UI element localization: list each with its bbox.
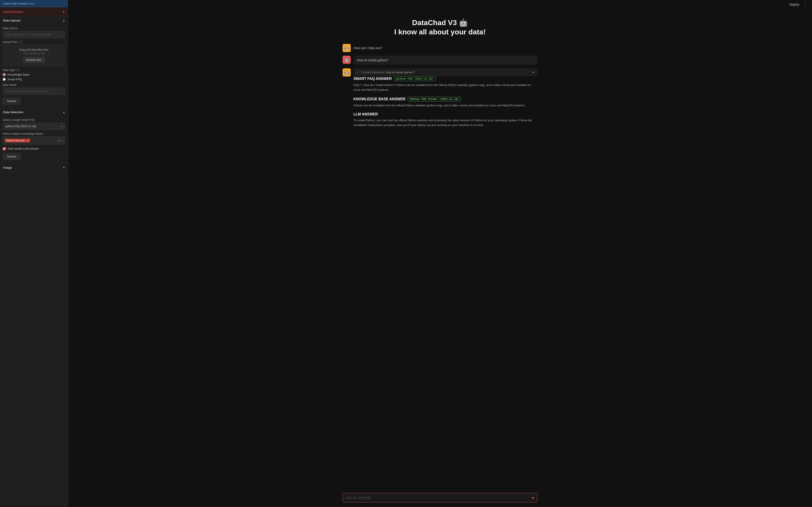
bot-greeting: How can I help you? [353, 44, 538, 52]
data-name-input[interactable] [3, 88, 65, 95]
data-upload-header[interactable]: Data Upload ▴ [0, 16, 68, 24]
user-avatar: 🤖 [343, 56, 351, 64]
learn-banner: Learn how it works here [0, 0, 68, 7]
app-subtitle: I know all about your data! [343, 28, 538, 36]
kb-field-label: Select multiple Knowledge Bases [3, 132, 65, 135]
data-selection-label: Data Selection [3, 110, 23, 114]
browse-files-button[interactable]: Browse files [23, 57, 45, 63]
radio-option-kb[interactable]: Knowledge Base [3, 73, 65, 76]
bot-greeting-row: 🤖 How can I help you? [343, 44, 538, 52]
data-selection-section: Data Selection ▴ Select a single Smart F… [0, 108, 68, 163]
kb-selector-icons: ⊗ ▾ [58, 139, 63, 143]
usage-section: Usage ▾ [0, 163, 68, 172]
chat-area: DataChad V3 🤖 I know all about your data… [68, 9, 812, 490]
user-question-row: 🤖 How to install python? [343, 56, 538, 65]
dropzone-limit: Limit 200MB per file [5, 52, 62, 55]
data-source-input[interactable] [3, 31, 65, 38]
data-source-field-label: Data Source [3, 27, 65, 30]
auth-section[interactable]: Authentication ▾ [0, 7, 68, 16]
smart-faq-select-wrapper: python FAQ (2023-11-16) ▾ [3, 123, 65, 130]
user-question: How to install python? [353, 56, 538, 65]
context-bar-content: ✓ Context Retrieval: How to install pyth… [357, 71, 414, 74]
auth-label: Authentication [3, 10, 23, 13]
radio-option-faq[interactable]: Smart FAQ [3, 78, 65, 81]
context-bar[interactable]: ✓ Context Retrieval: How to install pyth… [353, 68, 538, 76]
data-upload-section: Data Upload ▴ Data Source Upload Files ?… [0, 16, 68, 108]
send-icon: ➤ [531, 495, 535, 500]
context-query: How to install python? [386, 71, 414, 74]
smart-faq-answer-text: FAQ 7. How do I install Python? Python c… [353, 83, 538, 92]
smart-faq-badge: python FAQ (2023-11-16) [394, 76, 436, 81]
chat-input-wrapper: ➤ [343, 493, 538, 502]
upload-help-icon[interactable]: ? [19, 41, 22, 44]
main-panel: Deploy ⋮ DataChad V3 🤖 I know all about … [68, 0, 812, 507]
radio-faq-input[interactable] [3, 78, 6, 81]
top-bar: Deploy ⋮ [68, 0, 812, 9]
vanilla-llm-label: Add vanilla LLM answer [8, 147, 39, 150]
answer-section: SMART FAQ ANSWER python FAQ (2023-11-16)… [343, 76, 538, 132]
data-upload-label: Data Upload [3, 19, 20, 22]
context-expand-icon[interactable]: ▾ [532, 71, 534, 74]
usage-chevron-icon: ▾ [63, 166, 64, 169]
smart-faq-answer-title: SMART FAQ ANSWER python FAQ (2023-11-16) [353, 76, 538, 81]
radio-faq-label: Smart FAQ [7, 78, 22, 81]
auth-chevron-icon: ▾ [63, 9, 64, 14]
vanilla-llm-checkbox[interactable] [3, 147, 6, 150]
data-type-label: Data Type ? [3, 69, 65, 72]
check-icon: ✓ [357, 71, 359, 74]
smart-faq-answer-block: SMART FAQ ANSWER python FAQ (2023-11-16)… [353, 76, 538, 92]
data-selection-chevron-icon: ▴ [63, 110, 64, 114]
kb-badge: Pyhton FAQ folder (2023-11-16) [408, 97, 461, 101]
smart-faq-field-label: Select a single Smart FAQ [3, 118, 65, 121]
chat-input-area: ➤ [68, 490, 812, 507]
data-type-radio-group: Knowledge Base Smart FAQ [3, 73, 65, 81]
data-selection-submit-button[interactable]: Submit [3, 153, 20, 160]
kb-tag-label: Pyhton FAQ fold... [6, 139, 26, 142]
kb-multi-select[interactable]: Pyhton FAQ fold... × ⊗ ▾ [3, 136, 65, 145]
data-upload-body: Data Source Upload Files ? Drag and drop… [0, 27, 68, 108]
app-title: DataChad V3 🤖 [343, 18, 538, 27]
bot-avatar: 🤖 [343, 44, 351, 52]
chat-header: DataChad V3 🤖 I know all about your data… [343, 18, 538, 37]
context-retrieval-row: 🤖 ✓ Context Retrieval: How to install py… [343, 68, 538, 76]
kb-answer-block: KNOWLEDGE BASE ANSWER Pyhton FAQ folder … [353, 97, 538, 108]
kb-dropdown-icon[interactable]: ▾ [61, 139, 63, 143]
more-options-button[interactable]: ⋮ [803, 2, 807, 7]
vanilla-llm-option[interactable]: Add vanilla LLM answer [3, 147, 65, 150]
learn-link[interactable]: here [29, 2, 35, 5]
data-upload-chevron-icon: ▴ [63, 18, 64, 22]
deploy-button[interactable]: Deploy [788, 2, 801, 7]
llm-answer-block: LLM ANSWER To install Python, you can vi… [353, 112, 538, 128]
data-selection-body: Select a single Smart FAQ python FAQ (20… [0, 118, 68, 163]
dropzone-text: Drag and drop files here [5, 48, 62, 51]
data-type-help-icon[interactable]: ? [16, 69, 19, 72]
data-upload-submit-button[interactable]: Submit [3, 98, 20, 105]
send-button[interactable]: ➤ [531, 495, 535, 500]
kb-answer-title: KNOWLEDGE BASE ANSWER Pyhton FAQ folder … [353, 97, 538, 101]
app-emoji: 🤖 [459, 18, 468, 27]
usage-label: Usage [3, 166, 12, 169]
upload-files-label: Upload Files ? [3, 41, 65, 44]
kb-tag-remove-icon[interactable]: × [27, 139, 29, 142]
radio-kb-label: Knowledge Base [7, 73, 30, 76]
bot-context-avatar: 🤖 [343, 68, 351, 76]
llm-answer-title: LLM ANSWER [353, 112, 538, 116]
kb-answer-text: Python can be installed from the officia… [353, 103, 538, 108]
chat-input[interactable] [343, 493, 538, 502]
smart-faq-select[interactable]: python FAQ (2023-11-16) [3, 123, 65, 130]
usage-header[interactable]: Usage ▾ [0, 163, 68, 172]
data-name-field-label: Data Name [3, 83, 65, 87]
sidebar: Learn how it works here Authentication ▾… [0, 0, 68, 507]
kb-clear-icon[interactable]: ⊗ [58, 139, 60, 143]
data-selection-header[interactable]: Data Selection ▴ [0, 108, 68, 116]
context-label: Context Retrieval: [361, 71, 385, 74]
dropzone[interactable]: Drag and drop files here Limit 200MB per… [3, 45, 65, 66]
radio-kb-input[interactable] [3, 73, 6, 76]
kb-tag-0: Pyhton FAQ fold... × [5, 139, 30, 143]
llm-answer-text: To install Python, you can visit the off… [353, 118, 538, 128]
chat-messages: 🤖 How can I help you? 🤖 How to install p… [343, 44, 538, 76]
